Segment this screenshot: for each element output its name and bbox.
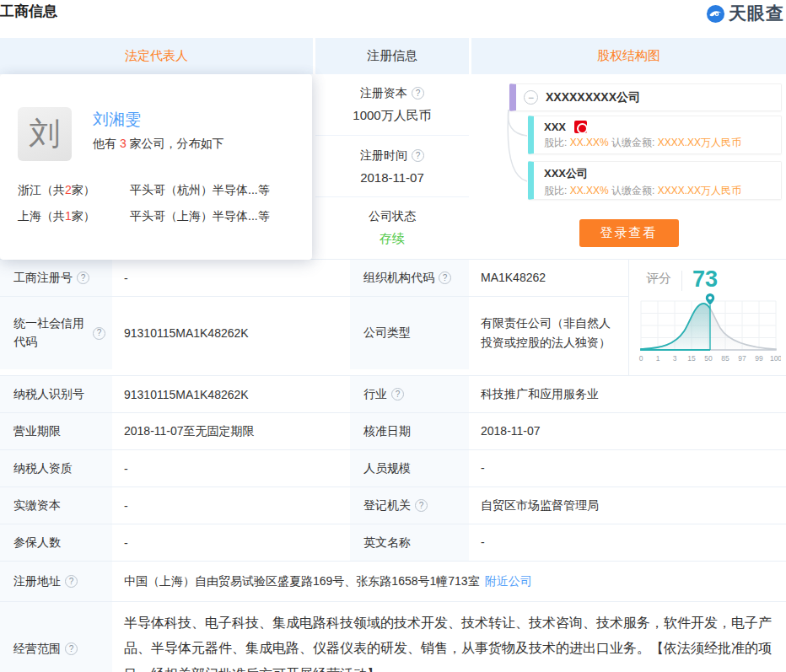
row-label: 英文名称 — [350, 524, 469, 561]
registered-date-value: 2018-11-07 — [360, 170, 424, 185]
amount-value: XXXX.XX万人民币 — [658, 185, 741, 196]
row-label: 组织机构代码? — [350, 260, 469, 296]
help-icon[interactable]: ? — [65, 642, 78, 655]
help-icon[interactable]: ? — [412, 87, 424, 99]
svg-text:85: 85 — [721, 354, 729, 363]
collapse-icon[interactable]: − — [524, 90, 538, 105]
registration-panel: 注册信息 注册资本 ? 1000万人民币 注册时间 ? 2018-11-07 — [315, 38, 469, 259]
tianyancha-logo[interactable]: 天眼查 — [706, 2, 784, 25]
list-item: 上海（共1家） 平头哥（上海）半导体...等 — [18, 203, 296, 229]
table-row-group: 工商注册号? - 组织机构代码? MA1K48262 统一社会信用代码? 913… — [0, 260, 786, 376]
ratio-label: 股比: — [544, 185, 570, 196]
table-row: 统一社会信用代码? 91310115MA1K48262K 公司类型 有限责任公司… — [0, 297, 628, 369]
row-label: 行业? — [350, 376, 469, 412]
business-detail-table: 工商注册号? - 组织机构代码? MA1K48262 统一社会信用代码? 913… — [0, 260, 786, 672]
row-label: 登记机关? — [350, 487, 469, 524]
ratio-label: 股比: — [544, 137, 570, 148]
table-row: 工商注册号? - 组织机构代码? MA1K48262 — [0, 260, 628, 297]
company-link[interactable]: 平头哥（杭州）半导体...等 — [130, 177, 296, 203]
legal-rep-name-link[interactable]: 刘湘雯 — [93, 109, 141, 131]
registered-date-label: 注册时间 — [360, 148, 407, 164]
row-label: 注册地址? — [0, 562, 112, 601]
company-status-badge: 存续 — [380, 231, 405, 247]
shareholder-name: XXX公司 — [544, 166, 588, 181]
table-row: 营业期限 2018-11-07至无固定期限 核准日期 2018-11-07 — [0, 413, 786, 450]
svg-text:99: 99 — [755, 354, 763, 363]
registered-capital-label: 注册资本 — [360, 86, 407, 101]
registration-header: 注册信息 — [315, 38, 469, 74]
equity-panel: 股权结构图 − XXXXXXXXX公司 XXX 股比: XX.XX% 认 — [471, 38, 786, 259]
label-text: 纳税人识别号 — [13, 385, 84, 404]
company-link[interactable]: 平头哥（上海）半导体...等 — [130, 203, 296, 229]
equity-child-node[interactable]: XXX公司 股比: XX.XX% 认缴金额: XXXX.XX万人民币 — [528, 161, 782, 200]
registered-date-label-row: 注册时间 ? — [360, 148, 424, 164]
registered-capital-label-row: 注册资本 ? — [360, 86, 424, 101]
table-row-scope: 经营范围? 半导体科技、电子科技、集成电路科技领域的技术开发、技术转让、技术咨询… — [0, 602, 786, 672]
registered-date-cell: 注册时间 ? 2018-11-07 — [315, 136, 469, 197]
address-value: 中国（上海）自由贸易试验区盛夏路169号、张东路1658号1幢713室 附近公司 — [112, 562, 786, 601]
brand-name: 天眼查 — [729, 2, 784, 25]
company-count-summary: 他有 3 家公司，分布如下 — [93, 137, 224, 152]
help-icon[interactable]: ? — [77, 271, 89, 284]
equity-diagram: − XXXXXXXXX公司 XXX 股比: XX.XX% 认缴金额: XXXX.… — [471, 74, 786, 259]
row-value: 2018-11-07至无固定期限 — [112, 413, 350, 449]
row-label: 参保人数 — [0, 524, 112, 561]
label-text: 组织机构代码 — [363, 269, 434, 288]
eye-icon — [706, 4, 725, 24]
company-count: 3 — [120, 137, 127, 150]
row-value: 有限责任公司（非自然人投资或控股的法人独资） — [469, 297, 628, 369]
label-text: 行业 — [363, 385, 387, 404]
row-label: 工商注册号? — [0, 260, 112, 296]
help-icon[interactable]: ? — [65, 575, 78, 588]
equity-root-node[interactable]: − XXXXXXXXX公司 — [509, 83, 782, 111]
region-company-list: 浙江（共2家） 平头哥（杭州）半导体...等 上海（共1家） 平头哥（上海）半导… — [18, 177, 296, 229]
table-row: 纳税人识别号 91310115MA1K48262K 行业? 科技推广和应用服务业 — [0, 376, 786, 413]
help-icon[interactable]: ? — [439, 271, 451, 284]
label-text: 登记机关 — [363, 497, 411, 515]
page-title: 工商信息 — [0, 2, 57, 22]
help-icon[interactable]: ? — [412, 149, 424, 162]
equity-child-node[interactable]: XXX 股比: XX.XX% 认缴金额: XXXX.XX万人民币 — [528, 116, 782, 154]
region-text: 上海（共 — [18, 209, 65, 223]
region-label: 浙江（共2家） — [18, 177, 130, 203]
legal-rep-header[interactable]: 法定代表人 — [0, 38, 313, 74]
help-icon[interactable]: ? — [415, 499, 428, 512]
row-label: 核准日期 — [350, 413, 469, 449]
table-row: 纳税人资质 - 人员规模 - — [0, 450, 786, 487]
row-value: - — [469, 524, 786, 561]
label-text: 核准日期 — [363, 422, 411, 441]
help-icon[interactable]: ? — [391, 388, 404, 401]
address-text: 中国（上海）自由贸易试验区盛夏路169号、张东路1658号1幢713室 — [124, 570, 480, 593]
svg-text:0: 0 — [639, 354, 643, 363]
registered-capital-value: 1000万人民币 — [353, 108, 431, 124]
row-label: 公司类型 — [350, 297, 469, 369]
row-value: - — [469, 450, 786, 487]
region-count: 1 — [65, 209, 72, 223]
nearby-companies-link[interactable]: 附近公司 — [485, 570, 532, 593]
svg-text:1: 1 — [656, 354, 660, 363]
amount-label: 认缴金额: — [609, 185, 658, 196]
shareholder-name-row: XXX — [544, 121, 781, 133]
row-value: 自贸区市场监督管理局 — [469, 487, 786, 524]
row-value: - — [112, 260, 350, 296]
table-row: 参保人数 - 英文名称 - — [0, 524, 786, 562]
row-value: 91310115MA1K48262K — [112, 297, 350, 369]
region-count: 2 — [65, 183, 72, 196]
region-text: 家） — [72, 209, 95, 223]
row-label: 营业期限 — [0, 413, 112, 449]
registered-capital-cell: 注册资本 ? 1000万人民币 — [315, 74, 469, 136]
row-label: 实缴资本 — [0, 487, 112, 524]
score-panel: 评分 73 — [628, 260, 786, 375]
svg-text:50: 50 — [704, 354, 713, 363]
row-value: - — [112, 487, 350, 524]
x-axis-ticks: 0 1 3 15 50 85 97 99 100 — [639, 354, 781, 363]
help-icon[interactable]: ? — [93, 327, 105, 340]
equity-header[interactable]: 股权结构图 — [471, 38, 786, 74]
row-label: 人员规模 — [350, 450, 469, 487]
label-text: 工商注册号 — [13, 269, 73, 288]
label-text: 实缴资本 — [13, 497, 61, 515]
row-label: 纳税人识别号 — [0, 376, 112, 412]
score-pin-icon — [706, 293, 714, 305]
label-text: 公司类型 — [363, 324, 411, 342]
login-to-view-button[interactable]: 登录查看 — [579, 219, 679, 247]
